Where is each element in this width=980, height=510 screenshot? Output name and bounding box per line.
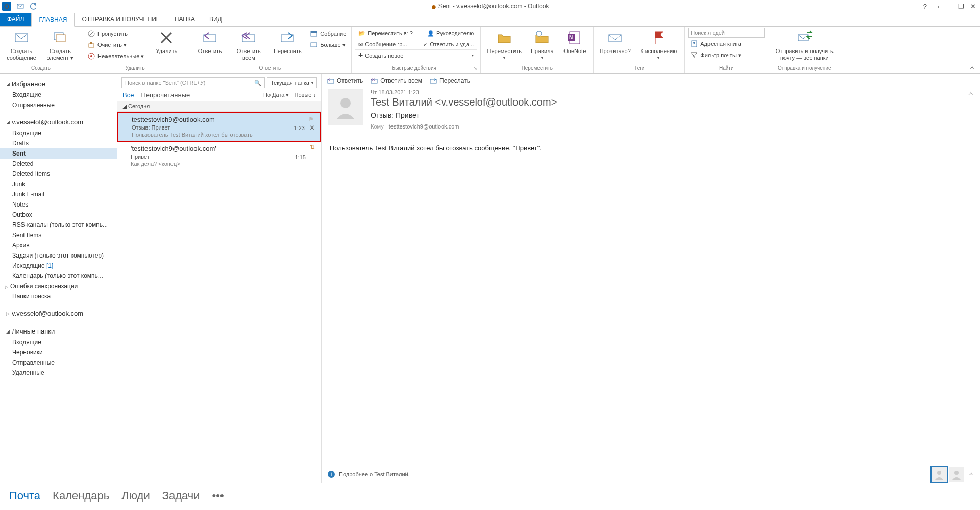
contact-avatar-1[interactable] (932, 467, 947, 482)
sort-dropdown[interactable]: По Дата ▾ (263, 92, 289, 98)
ignore-button[interactable]: Пропустить (85, 29, 146, 39)
ribbon-options-icon[interactable]: ▭ (933, 3, 939, 10)
rp-forward-button[interactable]: Переслать (429, 77, 470, 84)
msg-subject: Отзыв: Привет (132, 124, 313, 131)
rp-reply-button[interactable]: Ответить (327, 77, 363, 84)
sort-order[interactable]: Новые ↓ (295, 92, 316, 98)
msg-subject: Привет (131, 154, 314, 160)
nav-notes[interactable]: Notes (0, 199, 117, 210)
tab-folder[interactable]: ПАПКА (167, 13, 202, 26)
help-icon[interactable]: ? (923, 3, 927, 10)
filter-unread[interactable]: Непрочитанные (141, 91, 190, 99)
nav-people[interactable]: Люди (121, 489, 150, 502)
delete-msg-icon[interactable]: ✕ (309, 124, 315, 132)
delete-button[interactable]: Удалить (148, 28, 185, 55)
nav-favorites-header[interactable]: ◢Избранное (0, 77, 117, 90)
svg-point-23 (693, 42, 695, 44)
group-sendrecv-label: Отправка и получение (771, 65, 838, 73)
nav-tasks-local[interactable]: Задачи (только этот компьютер) (0, 250, 117, 261)
junk-button[interactable]: Нежелательные ▾ (85, 51, 146, 61)
nav-mail[interactable]: Почта (9, 489, 40, 502)
nav-p-deleted[interactable]: Удаленные (0, 368, 117, 378)
nav-account2-header[interactable]: ▷v.vesselof@outlook.com (0, 307, 117, 319)
expand-header-icon[interactable]: ㅅ (968, 89, 974, 130)
reply-all-button[interactable]: Ответить всем (230, 28, 267, 61)
collapse-ribbon-icon[interactable]: ㅅ (964, 62, 980, 73)
clean-up-button[interactable]: Очистить ▾ (85, 40, 146, 50)
nav-fav-sent[interactable]: Отправленные (0, 100, 117, 110)
nav-p-drafts[interactable]: Черновики (0, 347, 117, 358)
list-group-today[interactable]: ◢ Сегодня (117, 101, 321, 112)
ribbon-tabs: ФАЙЛ ГЛАВНАЯ ОТПРАВКА И ПОЛУЧЕНИЕ ПАПКА … (0, 13, 980, 27)
svg-point-17 (536, 31, 542, 36)
folder-search-input[interactable]: Поиск в папке "Sent" (CTRL+У) 🔍 (121, 77, 265, 88)
nav-sync-errors[interactable]: ▷Ошибки синхронизации (0, 281, 117, 291)
msg-time: 1:15 (295, 154, 306, 160)
nav-p-inbox[interactable]: Входящие (0, 337, 117, 347)
flag-icon[interactable]: ⚑ (308, 116, 314, 123)
message-item-0[interactable]: testtestovich9@outlook.com Отзыв: Привет… (117, 112, 321, 142)
nav-calendar[interactable]: Календарь (53, 489, 109, 502)
nav-drafts[interactable]: Drafts (0, 138, 117, 148)
address-book-button[interactable]: Адресная книга (688, 39, 765, 49)
msg-preview: Как дела? <конец> (131, 161, 314, 167)
search-icon[interactable]: 🔍 (254, 80, 261, 86)
nav-calendar-local[interactable]: Календарь (только этот компь... (0, 271, 117, 281)
meeting-button[interactable]: Собрание (308, 29, 348, 39)
contact-avatar-2[interactable] (949, 467, 964, 482)
minimize-icon[interactable]: — (945, 3, 952, 10)
filter-email-button[interactable]: Фильтр почты ▾ (688, 50, 765, 60)
expand-people-icon[interactable]: ㅅ (966, 470, 974, 478)
follow-up-button[interactable]: К исполнению▾ (635, 28, 681, 61)
nav-rss[interactable]: RSS-каналы (только этот компь... (0, 220, 117, 230)
tab-view[interactable]: ВИД (202, 13, 229, 26)
message-item-1[interactable]: 'testtestovich9@outlook.com' Привет Как … (117, 142, 321, 170)
quick-steps-box[interactable]: 📂Переместить в: ?👤Руководителю ✉Сообщени… (355, 28, 477, 61)
new-items-button[interactable]: Создать элемент ▾ (42, 28, 79, 61)
read-unread-button[interactable]: Прочитано? (597, 28, 633, 55)
nav-outgoing[interactable]: Исходящие [1] (0, 261, 117, 271)
nav-tasks[interactable]: Задачи (162, 489, 200, 502)
nav-more[interactable]: ••• (212, 489, 224, 502)
qat-undo-icon[interactable] (30, 2, 38, 10)
msg-from: 'testtestovich9@outlook.com' (131, 145, 314, 152)
new-mail-button[interactable]: Создать сообщение (3, 28, 40, 61)
group-move-label: Переместить (484, 65, 590, 73)
tab-home[interactable]: ГЛАВНАЯ (31, 13, 75, 27)
nav-archive[interactable]: Архив (0, 240, 117, 250)
svg-rect-16 (311, 43, 317, 47)
more-reply-button[interactable]: Больше ▾ (308, 40, 348, 50)
nav-junk-email[interactable]: Junk E-mail (0, 189, 117, 199)
move-button[interactable]: Переместить▾ (484, 28, 525, 61)
nav-deleted-items[interactable]: Deleted Items (0, 169, 117, 179)
nav-account1-header[interactable]: ◢v.vesselof@outlook.com (0, 115, 117, 128)
msg-from: testtestovich9@outlook.com (132, 116, 313, 123)
rules-button[interactable]: Правила▾ (527, 28, 557, 61)
close-icon[interactable]: ✕ (970, 3, 976, 10)
message-from: Test Виталий <v.vesselof@outlook.com> (371, 96, 961, 108)
nav-p-sent[interactable]: Отправленные (0, 358, 117, 368)
forward-button[interactable]: Переслать (269, 28, 306, 55)
send-receive-all-button[interactable]: Отправить и получить почту — все папки (771, 28, 838, 61)
nav-deleted[interactable]: Deleted (0, 159, 117, 169)
group-reply-label: Ответить (191, 65, 348, 73)
nav-inbox[interactable]: Входящие (0, 128, 117, 138)
search-scope-dropdown[interactable]: Текущая папка▾ (267, 77, 317, 88)
nav-sent[interactable]: Sent (0, 148, 117, 159)
nav-junk[interactable]: Junk (0, 179, 117, 189)
reply-button[interactable]: Ответить (191, 28, 228, 55)
restore-icon[interactable]: ❐ (958, 3, 964, 10)
nav-personal-header[interactable]: ◢Личные папки (0, 324, 117, 337)
nav-fav-inbox[interactable]: Входящие (0, 90, 117, 100)
nav-search-folders[interactable]: Папки поиска (0, 291, 117, 301)
nav-sent-items[interactable]: Sent Items (0, 230, 117, 240)
nav-outbox[interactable]: Outbox (0, 210, 117, 220)
qat-send-receive-icon[interactable] (16, 2, 24, 10)
onenote-button[interactable]: NOneNote (559, 28, 590, 55)
rp-reply-all-button[interactable]: Ответить всем (370, 77, 422, 84)
tab-send-receive[interactable]: ОТПРАВКА И ПОЛУЧЕНИЕ (75, 13, 167, 26)
svg-rect-6 (89, 44, 94, 47)
tab-file[interactable]: ФАЙЛ (0, 13, 31, 26)
search-people-input[interactable]: Поиск людей (688, 28, 765, 38)
filter-all[interactable]: Все (122, 91, 134, 99)
